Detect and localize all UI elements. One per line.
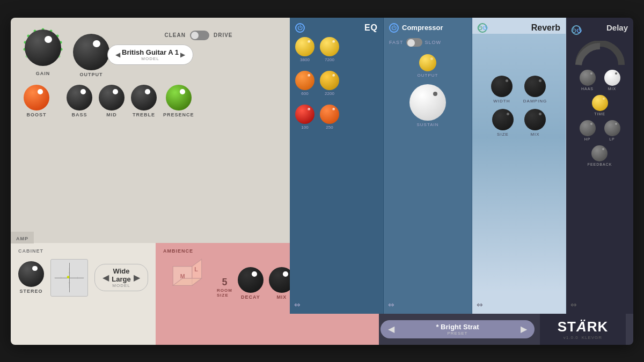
reverb-damping-group: DAMPING <box>523 76 547 104</box>
delay-mix-group: MIX <box>604 70 620 91</box>
bass-knob[interactable] <box>67 85 92 110</box>
cabinet-model-next[interactable]: ▶ <box>134 272 140 283</box>
treble-knob[interactable] <box>131 85 157 110</box>
eq-label-7200: 7200 <box>325 57 334 62</box>
eq-knob-7200[interactable] <box>320 37 339 56</box>
reverb-size-label: SIZE <box>497 132 509 137</box>
delay-haas-knob[interactable] <box>580 70 596 86</box>
boost-group: BOOST <box>24 85 49 117</box>
preset-sub: PRESET <box>399 331 516 336</box>
reverb-damping-knob[interactable] <box>524 76 546 97</box>
clean-drive-toggle[interactable] <box>190 31 209 40</box>
reverb-width-knob[interactable] <box>491 76 513 97</box>
preset-prev[interactable]: ◀ <box>388 324 394 334</box>
boost-knob[interactable] <box>24 85 49 110</box>
delay-mix-label: MIX <box>608 87 616 91</box>
delay-title: Delay <box>606 23 628 32</box>
amp-model-prev[interactable]: ◀ <box>115 51 120 58</box>
treble-label: TREBLE <box>133 112 155 117</box>
amp-eq-row: BOOST BASS MID TREBLE <box>21 85 279 117</box>
output-label: OUTPUT <box>80 72 103 77</box>
room-size-value: 5 <box>222 277 227 288</box>
delay-power-button[interactable]: ⏻ <box>572 25 581 35</box>
crosshair-svg <box>51 260 87 296</box>
comp-sustain-group: SUSTAIN <box>389 84 466 127</box>
eq-knob-250[interactable] <box>320 105 339 124</box>
comp-output-knob[interactable] <box>419 54 436 71</box>
reverb-mix-knob[interactable] <box>524 109 546 130</box>
mid-knob[interactable] <box>99 85 125 110</box>
comp-output-label: OUTPUT <box>418 73 438 78</box>
svg-text:L: L <box>194 265 198 272</box>
eq-label-100: 100 <box>301 125 308 130</box>
delay-time-knob[interactable] <box>592 95 608 111</box>
gain-group: GAIN <box>21 26 64 76</box>
reverb-arrow-icon: ⇔ <box>477 300 483 309</box>
delay-feedback-knob[interactable] <box>591 145 608 161</box>
reverb-top-row: WIDTH DAMPING <box>478 76 560 104</box>
output-knob[interactable] <box>73 34 109 70</box>
mid-label: MID <box>106 112 117 117</box>
gain-knob[interactable] <box>25 29 61 66</box>
boost-label: BOOST <box>26 112 46 117</box>
ambience-mix-label: MIX <box>276 294 287 300</box>
amp-model-name: British Guitar A 1 <box>120 48 180 56</box>
drive-label: DRIVE <box>214 32 233 38</box>
comp-sustain-knob[interactable] <box>409 84 446 121</box>
eq-knob-3800[interactable] <box>295 37 314 56</box>
cabinet-label: CABINET <box>18 248 148 254</box>
decay-knob[interactable] <box>238 267 264 293</box>
delay-panel: ⏻ Delay HAAS <box>566 18 633 314</box>
delay-lp-knob[interactable] <box>604 120 620 136</box>
clean-label: CLEAN <box>164 32 185 38</box>
delay-time-row: TIME <box>572 95 628 116</box>
preset-next[interactable]: ▶ <box>521 324 527 334</box>
stark-logo-a: Ä <box>576 319 587 335</box>
delay-hp-group: HP <box>580 120 596 141</box>
delay-mix-knob[interactable] <box>604 70 620 86</box>
comp-power-button[interactable] <box>389 23 399 33</box>
output-group: OUTPUT <box>73 34 109 77</box>
comp-arrow-icon: ⇔ <box>388 300 394 309</box>
bass-group: BASS <box>67 85 92 117</box>
stark-logo-section: ST Ä RK v1.0.0 KLEVGR <box>540 314 626 345</box>
delay-lp-group: LP <box>604 120 620 141</box>
eq-knob-600[interactable] <box>295 71 314 90</box>
gain-label: GAIN <box>36 71 50 76</box>
cabinet-section: CABINET STEREO <box>11 243 156 345</box>
delay-haas-label: HAAS <box>581 87 594 91</box>
presence-knob[interactable] <box>166 85 192 110</box>
delay-arrow-icon: ⇔ <box>570 300 577 309</box>
preset-selector[interactable]: ◀ * Bright Strat PRESET ▶ <box>380 320 535 338</box>
delay-time-group: TIME <box>592 95 608 116</box>
delay-haas-group: HAAS <box>580 70 596 91</box>
amp-model-text: British Guitar A 1 MODEL <box>120 48 180 61</box>
svg-text:M: M <box>180 273 185 279</box>
amp-model-selector[interactable]: ◀ British Guitar A 1 MODEL ▶ <box>107 45 193 65</box>
stereo-knob[interactable] <box>18 261 44 287</box>
delay-hp-knob[interactable] <box>580 120 596 136</box>
delay-lp-label: LP <box>609 137 615 141</box>
reverb-width-label: WIDTH <box>493 99 510 104</box>
fast-slow-switch[interactable] <box>406 38 422 47</box>
comp-output-group: OUTPUT <box>389 54 466 78</box>
delay-feedback-label: FEEDBACK <box>588 162 612 166</box>
reverb-size-group: SIZE <box>492 109 514 137</box>
eq-power-button[interactable] <box>295 23 305 33</box>
room-size-label: ROOM SIZE <box>217 288 232 298</box>
bass-label: BASS <box>71 112 87 117</box>
amp-model-next[interactable]: ▶ <box>180 51 185 58</box>
delay-feedback-group: FEEDBACK <box>588 145 612 166</box>
delay-top-row: HAAS MIX <box>572 70 628 91</box>
reverb-size-knob[interactable] <box>492 109 514 130</box>
cabinet-model-selector[interactable]: ◀ Wide Large MODEL ▶ <box>94 264 148 291</box>
mid-group: MID <box>99 85 125 117</box>
reverb-power-button[interactable]: ⏻ <box>478 23 487 33</box>
eq-knob-100[interactable] <box>295 105 314 124</box>
slow-label: SLOW <box>425 40 442 45</box>
cabinet-model-prev[interactable]: ◀ <box>103 272 109 283</box>
cabinet-crosshair[interactable] <box>50 259 88 297</box>
eq-knob-2200[interactable] <box>320 71 339 90</box>
amp-model-sub: MODEL <box>120 56 180 61</box>
amp-section-label: AMP <box>16 236 28 241</box>
